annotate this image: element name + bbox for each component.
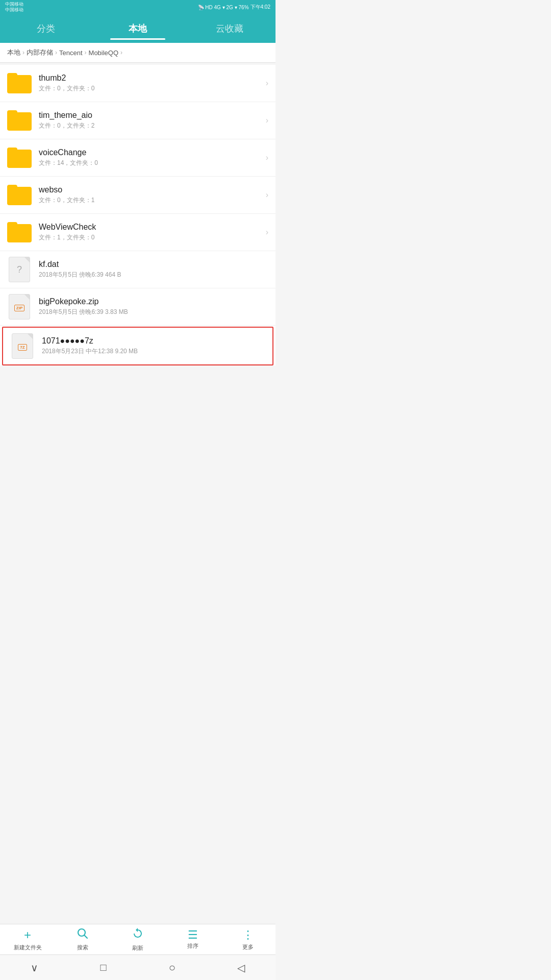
- breadcrumb: 本地 › 内部存储 › Tencent › MobileQQ ›: [0, 43, 276, 63]
- tab-classify[interactable]: 分类: [0, 17, 92, 40]
- carrier-info: 中国移动 中国移动: [5, 2, 23, 13]
- file-list: thumb2 文件：0，文件夹：0 › tim_theme_aio 文件：0，文…: [0, 65, 276, 365]
- list-item[interactable]: WebViewCheck 文件：1，文件夹：0 ›: [0, 214, 276, 251]
- breadcrumb-tencent[interactable]: Tencent: [59, 49, 83, 57]
- file-badge: ZIP: [14, 305, 24, 311]
- list-item[interactable]: thumb2 文件：0，文件夹：0 ›: [0, 65, 276, 102]
- chevron-right-icon: ›: [266, 190, 268, 200]
- file-info: webso 文件：0，文件夹：1: [39, 185, 262, 205]
- network-icons: 📡 HD 4G ▾ 2G ▾: [198, 5, 237, 10]
- file-name: bigPokepoke.zip: [39, 297, 268, 306]
- file-name: 1071●●●●●7z: [42, 336, 265, 346]
- file-info: WebViewCheck 文件：1，文件夹：0: [39, 223, 262, 242]
- breadcrumb-mobileqq[interactable]: MobileQQ: [89, 49, 119, 57]
- folder-icon: [7, 145, 32, 170]
- file-info: thumb2 文件：0，文件夹：0: [39, 74, 262, 93]
- file-meta: 文件：0，文件夹：0: [39, 84, 262, 93]
- file-name: webso: [39, 185, 262, 194]
- file-meta: 文件：0，文件夹：2: [39, 121, 262, 130]
- file-type-icon: 7Z: [10, 334, 35, 358]
- breadcrumb-sep-4: ›: [120, 49, 122, 56]
- breadcrumb-internal[interactable]: 内部存储: [27, 48, 53, 57]
- chevron-right-icon: ›: [266, 79, 268, 88]
- list-item[interactable]: ZIP bigPokepoke.zip 2018年5月5日 傍晚6:39 3.8…: [0, 288, 276, 326]
- folder-icon: [7, 71, 32, 95]
- file-type-icon: ZIP: [7, 295, 32, 319]
- breadcrumb-local[interactable]: 本地: [7, 48, 20, 57]
- file-name: tim_theme_aio: [39, 111, 262, 120]
- file-info: tim_theme_aio 文件：0，文件夹：2: [39, 111, 262, 130]
- tab-bar: 分类 本地 云收藏: [0, 14, 276, 43]
- folder-icon: [7, 183, 32, 207]
- file-name: thumb2: [39, 74, 262, 83]
- file-meta: 文件：14，文件夹：0: [39, 159, 262, 167]
- list-item[interactable]: webso 文件：0，文件夹：1 ›: [0, 177, 276, 214]
- list-item[interactable]: voiceChange 文件：14，文件夹：0 ›: [0, 139, 276, 177]
- file-meta: 文件：1，文件夹：0: [39, 233, 262, 242]
- file-meta: 2018年5月5日 傍晚6:39 3.83 MB: [39, 308, 268, 316]
- breadcrumb-sep-2: ›: [55, 49, 57, 56]
- status-icons: 📡 HD 4G ▾ 2G ▾ 76% 下午4:02: [198, 4, 271, 11]
- chevron-right-icon: ›: [266, 116, 268, 125]
- chevron-right-icon: ›: [266, 153, 268, 162]
- chevron-right-icon: ›: [266, 228, 268, 237]
- file-badge: 7Z: [18, 344, 27, 351]
- tab-local[interactable]: 本地: [92, 17, 184, 40]
- status-bar: 中国移动 中国移动 📡 HD 4G ▾ 2G ▾ 76% 下午4:02: [0, 0, 276, 14]
- file-meta: 文件：0，文件夹：1: [39, 196, 262, 205]
- list-item[interactable]: tim_theme_aio 文件：0，文件夹：2 ›: [0, 102, 276, 139]
- file-info: kf.dat 2018年5月5日 傍晚6:39 464 B: [39, 260, 268, 279]
- time-display: 下午4:02: [251, 4, 270, 11]
- file-info: bigPokepoke.zip 2018年5月5日 傍晚6:39 3.83 MB: [39, 297, 268, 316]
- tab-cloud[interactable]: 云收藏: [184, 17, 276, 40]
- folder-icon: [7, 108, 32, 133]
- file-name: WebViewCheck: [39, 223, 262, 232]
- list-item[interactable]: ? kf.dat 2018年5月5日 傍晚6:39 464 B: [0, 251, 276, 288]
- battery-icon: 76%: [239, 5, 249, 10]
- file-info: 1071●●●●●7z 2018年5月23日 中午12:38 9.20 MB: [42, 336, 265, 356]
- file-type-icon: ?: [7, 257, 32, 282]
- breadcrumb-sep-3: ›: [85, 49, 87, 56]
- file-name: kf.dat: [39, 260, 268, 269]
- folder-icon: [7, 220, 32, 244]
- file-info: voiceChange 文件：14，文件夹：0: [39, 148, 262, 167]
- file-name: voiceChange: [39, 148, 262, 157]
- file-meta: 2018年5月5日 傍晚6:39 464 B: [39, 271, 268, 279]
- list-item[interactable]: 7Z 1071●●●●●7z 2018年5月23日 中午12:38 9.20 M…: [2, 327, 273, 365]
- file-meta: 2018年5月23日 中午12:38 9.20 MB: [42, 347, 265, 356]
- breadcrumb-sep-1: ›: [22, 49, 24, 56]
